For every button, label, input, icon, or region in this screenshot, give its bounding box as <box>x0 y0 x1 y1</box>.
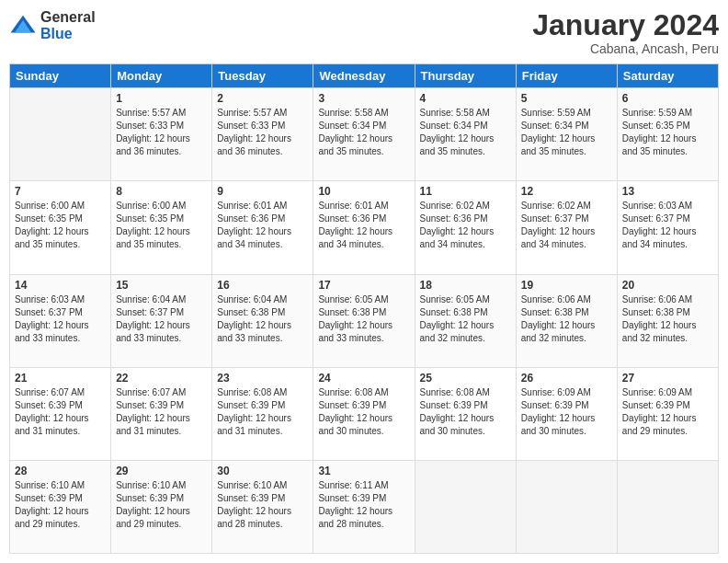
day-cell: 27Sunrise: 6:09 AM Sunset: 6:39 PM Dayli… <box>617 367 718 460</box>
day-number: 29 <box>116 465 207 477</box>
day-info: Sunrise: 6:09 AM Sunset: 6:39 PM Dayligh… <box>521 386 612 438</box>
day-cell: 4Sunrise: 5:58 AM Sunset: 6:34 PM Daylig… <box>415 88 516 181</box>
header-cell-monday: Monday <box>111 64 212 88</box>
day-info: Sunrise: 6:11 AM Sunset: 6:39 PM Dayligh… <box>318 479 409 531</box>
day-info: Sunrise: 6:07 AM Sunset: 6:39 PM Dayligh… <box>15 386 106 438</box>
day-cell: 20Sunrise: 6:06 AM Sunset: 6:38 PM Dayli… <box>617 274 718 367</box>
day-cell <box>10 88 111 181</box>
day-info: Sunrise: 6:08 AM Sunset: 6:39 PM Dayligh… <box>217 386 308 438</box>
day-cell: 1Sunrise: 5:57 AM Sunset: 6:33 PM Daylig… <box>111 88 212 181</box>
day-number: 5 <box>521 92 612 105</box>
day-cell: 18Sunrise: 6:05 AM Sunset: 6:38 PM Dayli… <box>415 274 516 367</box>
day-cell: 6Sunrise: 5:59 AM Sunset: 6:35 PM Daylig… <box>617 88 718 181</box>
day-number: 23 <box>217 372 308 385</box>
day-cell: 16Sunrise: 6:04 AM Sunset: 6:38 PM Dayli… <box>212 274 313 367</box>
day-cell <box>415 460 516 553</box>
day-cell: 29Sunrise: 6:10 AM Sunset: 6:39 PM Dayli… <box>111 460 212 553</box>
day-cell: 26Sunrise: 6:09 AM Sunset: 6:39 PM Dayli… <box>516 367 617 460</box>
day-cell: 5Sunrise: 5:59 AM Sunset: 6:34 PM Daylig… <box>516 88 617 181</box>
day-number: 17 <box>318 279 409 292</box>
day-number: 1 <box>116 92 207 105</box>
header-cell-saturday: Saturday <box>617 64 718 88</box>
title-block: January 2024 Cabana, Ancash, Peru <box>532 9 719 56</box>
day-cell: 23Sunrise: 6:08 AM Sunset: 6:39 PM Dayli… <box>212 367 313 460</box>
day-number: 7 <box>15 185 106 198</box>
day-cell: 3Sunrise: 5:58 AM Sunset: 6:34 PM Daylig… <box>313 88 415 181</box>
day-info: Sunrise: 6:04 AM Sunset: 6:38 PM Dayligh… <box>217 293 308 345</box>
week-row-4: 28Sunrise: 6:10 AM Sunset: 6:39 PM Dayli… <box>10 460 719 553</box>
day-number: 19 <box>521 279 612 292</box>
day-info: Sunrise: 6:03 AM Sunset: 6:37 PM Dayligh… <box>622 200 713 251</box>
day-number: 31 <box>318 465 409 477</box>
day-number: 18 <box>420 279 511 292</box>
day-number: 14 <box>15 279 106 292</box>
day-cell: 30Sunrise: 6:10 AM Sunset: 6:39 PM Dayli… <box>212 460 313 553</box>
day-number: 26 <box>521 372 612 385</box>
day-number: 9 <box>217 185 308 198</box>
header: General Blue January 2024 Cabana, Ancash… <box>9 9 719 56</box>
calendar-body: 1Sunrise: 5:57 AM Sunset: 6:33 PM Daylig… <box>10 88 719 554</box>
day-cell: 14Sunrise: 6:03 AM Sunset: 6:37 PM Dayli… <box>10 274 111 367</box>
day-number: 21 <box>15 372 106 385</box>
day-info: Sunrise: 6:07 AM Sunset: 6:39 PM Dayligh… <box>116 386 207 438</box>
header-cell-wednesday: Wednesday <box>313 64 415 88</box>
day-cell: 10Sunrise: 6:01 AM Sunset: 6:36 PM Dayli… <box>313 181 415 274</box>
day-cell: 15Sunrise: 6:04 AM Sunset: 6:37 PM Dayli… <box>111 274 212 367</box>
day-info: Sunrise: 6:00 AM Sunset: 6:35 PM Dayligh… <box>116 200 207 251</box>
logo-text: General Blue <box>40 9 96 41</box>
day-info: Sunrise: 6:08 AM Sunset: 6:39 PM Dayligh… <box>318 386 409 438</box>
header-cell-sunday: Sunday <box>10 64 111 88</box>
header-row: SundayMondayTuesdayWednesdayThursdayFrid… <box>10 64 719 88</box>
day-cell: 12Sunrise: 6:02 AM Sunset: 6:37 PM Dayli… <box>516 181 617 274</box>
day-cell: 8Sunrise: 6:00 AM Sunset: 6:35 PM Daylig… <box>111 181 212 274</box>
logo-blue-text: Blue <box>40 26 96 42</box>
day-info: Sunrise: 6:09 AM Sunset: 6:39 PM Dayligh… <box>622 386 713 438</box>
day-cell: 17Sunrise: 6:05 AM Sunset: 6:38 PM Dayli… <box>313 274 415 367</box>
logo-icon <box>9 12 37 40</box>
week-row-0: 1Sunrise: 5:57 AM Sunset: 6:33 PM Daylig… <box>10 88 719 181</box>
day-info: Sunrise: 5:58 AM Sunset: 6:34 PM Dayligh… <box>420 107 511 158</box>
day-info: Sunrise: 6:10 AM Sunset: 6:39 PM Dayligh… <box>15 479 106 531</box>
day-cell: 19Sunrise: 6:06 AM Sunset: 6:38 PM Dayli… <box>516 274 617 367</box>
day-info: Sunrise: 6:00 AM Sunset: 6:35 PM Dayligh… <box>15 200 106 251</box>
day-info: Sunrise: 6:05 AM Sunset: 6:38 PM Dayligh… <box>318 293 409 345</box>
day-cell <box>516 460 617 553</box>
day-number: 2 <box>217 92 308 105</box>
day-number: 24 <box>318 372 409 385</box>
day-number: 28 <box>15 465 106 477</box>
day-number: 10 <box>318 185 409 198</box>
day-number: 4 <box>420 92 511 105</box>
day-info: Sunrise: 6:10 AM Sunset: 6:39 PM Dayligh… <box>116 479 207 531</box>
day-number: 8 <box>116 185 207 198</box>
calendar-table: SundayMondayTuesdayWednesdayThursdayFrid… <box>9 63 719 554</box>
page: General Blue January 2024 Cabana, Ancash… <box>0 0 728 563</box>
header-cell-tuesday: Tuesday <box>212 64 313 88</box>
day-cell: 31Sunrise: 6:11 AM Sunset: 6:39 PM Dayli… <box>313 460 415 553</box>
day-number: 30 <box>217 465 308 477</box>
week-row-1: 7Sunrise: 6:00 AM Sunset: 6:35 PM Daylig… <box>10 181 719 274</box>
day-number: 16 <box>217 279 308 292</box>
day-number: 25 <box>420 372 511 385</box>
day-cell: 9Sunrise: 6:01 AM Sunset: 6:36 PM Daylig… <box>212 181 313 274</box>
day-number: 22 <box>116 372 207 385</box>
day-number: 13 <box>622 185 713 198</box>
day-cell: 28Sunrise: 6:10 AM Sunset: 6:39 PM Dayli… <box>10 460 111 553</box>
header-cell-friday: Friday <box>516 64 617 88</box>
day-info: Sunrise: 5:57 AM Sunset: 6:33 PM Dayligh… <box>217 107 308 158</box>
day-info: Sunrise: 5:59 AM Sunset: 6:34 PM Dayligh… <box>521 107 612 158</box>
calendar-header: SundayMondayTuesdayWednesdayThursdayFrid… <box>10 64 719 88</box>
header-cell-thursday: Thursday <box>415 64 516 88</box>
day-number: 12 <box>521 185 612 198</box>
calendar-subtitle: Cabana, Ancash, Peru <box>532 41 719 56</box>
day-info: Sunrise: 6:10 AM Sunset: 6:39 PM Dayligh… <box>217 479 308 531</box>
day-number: 27 <box>622 372 713 385</box>
day-info: Sunrise: 6:05 AM Sunset: 6:38 PM Dayligh… <box>420 293 511 345</box>
day-cell: 24Sunrise: 6:08 AM Sunset: 6:39 PM Dayli… <box>313 367 415 460</box>
day-cell: 21Sunrise: 6:07 AM Sunset: 6:39 PM Dayli… <box>10 367 111 460</box>
day-info: Sunrise: 6:06 AM Sunset: 6:38 PM Dayligh… <box>521 293 612 345</box>
day-cell: 13Sunrise: 6:03 AM Sunset: 6:37 PM Dayli… <box>617 181 718 274</box>
day-cell: 25Sunrise: 6:08 AM Sunset: 6:39 PM Dayli… <box>415 367 516 460</box>
day-number: 20 <box>622 279 713 292</box>
day-info: Sunrise: 6:01 AM Sunset: 6:36 PM Dayligh… <box>318 200 409 251</box>
day-info: Sunrise: 5:59 AM Sunset: 6:35 PM Dayligh… <box>622 107 713 158</box>
